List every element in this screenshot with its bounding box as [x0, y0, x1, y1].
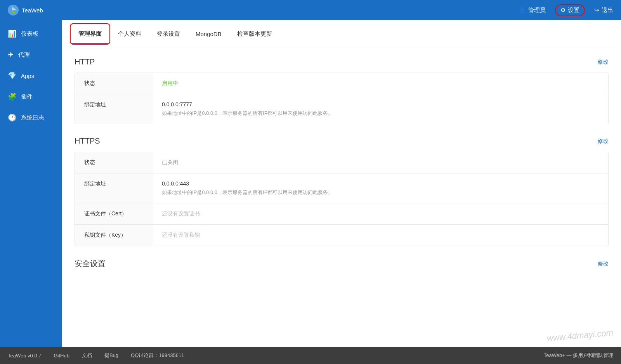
- sidebar: 📊 仪表板 ✈ 代理 💎 Apps 🧩 插件 🕐 系统日志: [0, 20, 62, 347]
- table-row: 绑定地址 0.0.0.0:7777 如果地址中的IP是0.0.0.0，表示服务器…: [75, 94, 608, 124]
- settings-button[interactable]: ⚙ 设置: [555, 4, 585, 16]
- main-layout: 📊 仪表板 ✈ 代理 💎 Apps 🧩 插件 🕐 系统日志 管理界面 个人资料: [0, 20, 621, 347]
- admin-button[interactable]: 👤 管理员: [519, 7, 546, 14]
- table-row: 绑定地址 0.0.0.0:443 如果地址中的IP是0.0.0.0，表示服务器的…: [75, 173, 608, 203]
- http-section-header: HTTP 修改: [75, 57, 609, 66]
- sidebar-item-plugins[interactable]: 🧩 插件: [0, 86, 62, 107]
- sidebar-item-dashboard-label: 仪表板: [21, 30, 38, 38]
- logout-label: 退出: [602, 7, 613, 14]
- main-content: HTTP 修改 状态 启用中 绑定地址 0.0.0.0:7777 如果地址中的I: [62, 48, 621, 347]
- footer-github[interactable]: GitHub: [54, 353, 69, 359]
- footer-version: TeaWeb v0.0.7: [8, 353, 41, 359]
- settings-label: 设置: [568, 7, 579, 14]
- tab-check-update-label: 检查版本更新: [237, 30, 272, 37]
- sidebar-item-syslog-label: 系统日志: [21, 114, 44, 121]
- https-bind-value: 0.0.0.0:443 如果地址中的IP是0.0.0.0，表示服务器的所有IP都…: [153, 173, 608, 203]
- admin-icon: 👤: [519, 7, 526, 14]
- http-table: 状态 启用中 绑定地址 0.0.0.0:7777 如果地址中的IP是0.0.0.…: [75, 73, 609, 124]
- http-bind-sub: 如果地址中的IP是0.0.0.0，表示服务器的所有IP都可以用来使用访问此服务。: [162, 110, 599, 117]
- security-section: 安全设置 修改: [75, 258, 609, 269]
- https-section-header: HTTPS 修改: [75, 137, 609, 146]
- http-bind-address: 0.0.0.0:7777: [162, 101, 599, 107]
- footer-qq: QQ讨论群：199435611: [131, 352, 184, 359]
- syslog-icon: 🕐: [8, 113, 16, 122]
- https-bind-address: 0.0.0.0:443: [162, 180, 599, 187]
- tabs-bar: 管理界面 个人资料 登录设置 MongoDB 检查版本更新: [62, 20, 621, 48]
- https-key-label: 私钥文件（Key）: [75, 225, 153, 246]
- logout-button[interactable]: ↪ 退出: [594, 7, 613, 14]
- security-title: 安全设置: [75, 258, 106, 269]
- top-nav-right: 👤 管理员 ⚙ 设置 ↪ 退出: [519, 4, 613, 16]
- sidebar-item-proxy-label: 代理: [18, 51, 30, 59]
- table-row: 私钥文件（Key） 还没有设置私钥: [75, 225, 608, 246]
- security-section-header: 安全设置 修改: [75, 258, 609, 269]
- top-navigation: 🍃 TeaWeb 👤 管理员 ⚙ 设置 ↪ 退出: [0, 0, 621, 20]
- table-row: 状态 启用中: [75, 73, 608, 94]
- gear-icon: ⚙: [560, 7, 565, 14]
- https-cert-label: 证书文件（Cert）: [75, 203, 153, 224]
- http-bind-label: 绑定地址: [75, 94, 153, 124]
- http-section: HTTP 修改 状态 启用中 绑定地址 0.0.0.0:7777 如果地址中的I: [75, 57, 609, 124]
- https-bind-label: 绑定地址: [75, 173, 153, 203]
- tab-check-update[interactable]: 检查版本更新: [229, 24, 280, 44]
- footer: TeaWeb v0.0.7 GitHub 文档 提Bug QQ讨论群：19943…: [0, 347, 621, 364]
- http-title: HTTP: [75, 57, 95, 66]
- plugins-icon: 🧩: [8, 92, 16, 101]
- content-area: 管理界面 个人资料 登录设置 MongoDB 检查版本更新 HTTP 修改: [62, 20, 621, 347]
- logout-icon: ↪: [594, 7, 599, 14]
- sidebar-item-apps-label: Apps: [21, 73, 34, 79]
- https-modify-button[interactable]: 修改: [598, 138, 609, 145]
- admin-label: 管理员: [528, 7, 546, 14]
- table-row: 状态 已关闭: [75, 152, 608, 173]
- https-status-label: 状态: [75, 152, 153, 173]
- app-name: TeaWeb: [22, 7, 43, 14]
- sidebar-item-syslog[interactable]: 🕐 系统日志: [0, 107, 62, 128]
- table-row: 证书文件（Cert） 还没有设置证书: [75, 203, 608, 225]
- tab-login-settings-label: 登录设置: [157, 30, 180, 37]
- footer-bug[interactable]: 提Bug: [104, 352, 118, 359]
- tab-mongodb-label: MongoDB: [196, 31, 222, 37]
- https-bind-sub: 如果地址中的IP是0.0.0.0，表示服务器的所有IP都可以用来使用访问此服务。: [162, 189, 599, 196]
- https-cert-value: 还没有设置证书: [153, 203, 608, 224]
- apps-icon: 💎: [8, 71, 16, 80]
- sidebar-item-plugins-label: 插件: [21, 93, 33, 101]
- footer-docs[interactable]: 文档: [82, 352, 92, 359]
- logo-icon: 🍃: [8, 5, 19, 16]
- footer-right: TeaWeb+ — 多用户和团队管理: [544, 352, 613, 359]
- tab-admin-ui[interactable]: 管理界面: [70, 23, 110, 45]
- proxy-icon: ✈: [8, 50, 14, 59]
- https-section: HTTPS 修改 状态 已关闭 绑定地址 0.0.0.0:443 如果地址中的I: [75, 137, 609, 246]
- http-bind-value: 0.0.0.0:7777 如果地址中的IP是0.0.0.0，表示服务器的所有IP…: [153, 94, 608, 124]
- sidebar-item-dashboard[interactable]: 📊 仪表板: [0, 23, 62, 44]
- dashboard-icon: 📊: [8, 29, 16, 38]
- security-modify-button[interactable]: 修改: [598, 260, 609, 267]
- tab-mongodb[interactable]: MongoDB: [188, 24, 229, 43]
- https-status-value: 已关闭: [153, 152, 608, 173]
- https-key-value: 还没有设置私钥: [153, 225, 608, 246]
- sidebar-item-proxy[interactable]: ✈ 代理: [0, 44, 62, 65]
- sidebar-item-apps[interactable]: 💎 Apps: [0, 65, 62, 86]
- tab-profile[interactable]: 个人资料: [110, 24, 149, 44]
- tab-login-settings[interactable]: 登录设置: [149, 24, 188, 44]
- http-status-value: 启用中: [153, 73, 608, 94]
- app-logo: 🍃 TeaWeb: [8, 5, 519, 16]
- http-status-label: 状态: [75, 73, 153, 94]
- https-table: 状态 已关闭 绑定地址 0.0.0.0:443 如果地址中的IP是0.0.0.0…: [75, 152, 609, 246]
- tab-profile-label: 个人资料: [118, 30, 141, 37]
- tab-admin-ui-label: 管理界面: [78, 30, 102, 37]
- https-title: HTTPS: [75, 137, 100, 146]
- http-modify-button[interactable]: 修改: [598, 59, 609, 66]
